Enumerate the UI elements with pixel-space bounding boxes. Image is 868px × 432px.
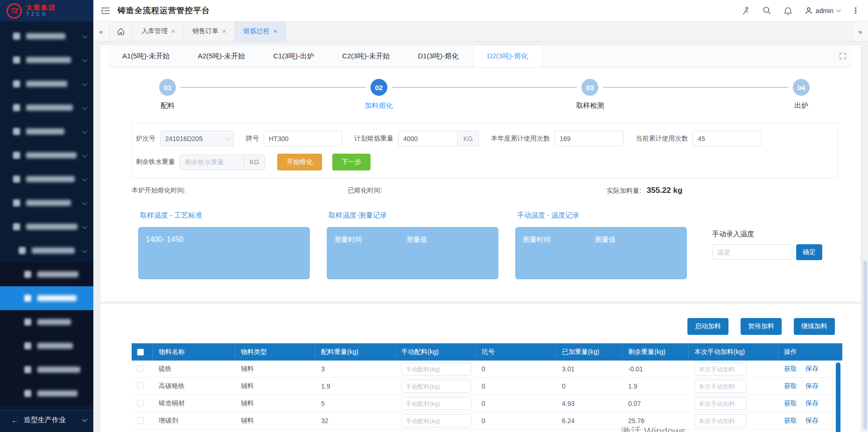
- menu-item-icon: [13, 80, 20, 87]
- menu-item-icon: [24, 295, 31, 302]
- menu-item-icon: [24, 366, 31, 373]
- sidebar-item-redacted[interactable]: [0, 120, 93, 143]
- tabs-scroll-left-icon[interactable]: «: [93, 21, 109, 41]
- manual-feed-input[interactable]: [694, 362, 747, 375]
- manual-feed-input[interactable]: [694, 397, 747, 410]
- more-options-icon[interactable]: ⋮: [852, 6, 860, 15]
- card-manual-temp-record: 手动温度 - 温度记录 测量时间 测量值: [515, 204, 687, 279]
- furnace-tab-d1[interactable]: D1(3吨)-熔化: [404, 45, 473, 67]
- sidebar-item-redacted[interactable]: [0, 96, 93, 120]
- sidebar-item-redacted-expanded[interactable]: [0, 239, 93, 262]
- furnace-no-label: 炉次号: [136, 135, 155, 143]
- furnace-tab-a1[interactable]: A1(5吨)-未开始: [108, 45, 184, 67]
- row-checkbox[interactable]: [137, 365, 144, 372]
- manual-batch-input[interactable]: [401, 414, 471, 427]
- tab-melting-process[interactable]: 熔炼过程 ×: [235, 21, 286, 41]
- table-scrollbar-thumb[interactable]: [836, 362, 840, 432]
- chevron-down-icon: [82, 417, 87, 422]
- sidebar-item-redacted[interactable]: [0, 215, 93, 239]
- furnace-tab-c2[interactable]: C2(3吨)-未开始: [328, 45, 404, 67]
- user-menu[interactable]: admin: [805, 7, 840, 15]
- confirm-button[interactable]: 确定: [796, 244, 822, 260]
- row-checkbox[interactable]: [137, 382, 144, 389]
- manual-feed-input[interactable]: [694, 380, 747, 393]
- menu-fold-icon[interactable]: [101, 7, 110, 14]
- actual-feed-value: 355.22 kg: [647, 186, 683, 195]
- manual-batch-input[interactable]: [401, 362, 471, 375]
- manual-batch-input[interactable]: [401, 380, 471, 393]
- temp-range-value: 1400- 1450: [146, 235, 183, 243]
- fetch-link[interactable]: 获取: [784, 365, 797, 372]
- search-icon[interactable]: [763, 6, 771, 15]
- step-feeding-melting: 02 加料熔化: [351, 79, 407, 110]
- remaining-iron-input[interactable]: [180, 155, 244, 170]
- sidebar-subitem-active[interactable]: [0, 286, 93, 310]
- page-scrollbar-thumb[interactable]: [863, 261, 867, 429]
- year-count-input[interactable]: [554, 131, 623, 146]
- fetch-link[interactable]: 获取: [784, 399, 797, 407]
- start-melting-button[interactable]: 开始熔化: [277, 154, 322, 170]
- tab-home[interactable]: [109, 21, 133, 41]
- content-area: A1(5吨)-未开始 A2(5吨)-未开始 C1(3吨)-出炉 C2(3吨)-未…: [93, 42, 868, 432]
- close-tab-icon[interactable]: ×: [273, 28, 277, 35]
- page-scrollbar[interactable]: [862, 42, 868, 432]
- sidebar-item-redacted[interactable]: [0, 167, 93, 191]
- guide-icon[interactable]: [741, 6, 750, 15]
- sidebar-item-redacted[interactable]: [0, 72, 93, 96]
- menu-item-icon: [19, 247, 26, 254]
- sidebar-item-redacted[interactable]: [0, 48, 93, 72]
- sidebar-subitem-redacted[interactable]: [0, 382, 93, 405]
- sidebar-subitem-redacted[interactable]: [0, 262, 93, 286]
- cell-remaining-weight: -0.01: [623, 365, 689, 373]
- melting-panel: A1(5吨)-未开始 A2(5吨)-未开始 C1(3吨)-出炉 C2(3吨)-未…: [101, 45, 861, 301]
- fetch-link[interactable]: 获取: [784, 417, 797, 424]
- manual-feed-input[interactable]: [694, 414, 747, 427]
- sidebar-item-redacted[interactable]: [0, 143, 93, 167]
- save-link[interactable]: 保存: [805, 382, 819, 390]
- manual-temp-input[interactable]: [712, 244, 792, 260]
- manual-temp-label: 手动录入温度: [712, 230, 822, 239]
- tab-sales-order[interactable]: 销售订单 ×: [184, 21, 235, 41]
- resume-feeding-button[interactable]: 继续加料: [794, 318, 835, 335]
- row-checkbox[interactable]: [137, 417, 144, 424]
- notifications-bell-icon[interactable]: [784, 6, 792, 15]
- sidebar-item-redacted[interactable]: [0, 24, 93, 48]
- cell-remaining-weight: 1.9: [623, 382, 689, 390]
- save-link[interactable]: 保存: [805, 399, 819, 407]
- menu-item-label-redacted: [37, 295, 77, 301]
- tabs-scroll-right-icon[interactable]: »: [852, 21, 868, 41]
- save-link[interactable]: 保存: [805, 365, 819, 372]
- start-feeding-button[interactable]: 启动加料: [687, 318, 728, 335]
- sidebar-subitem-redacted[interactable]: [0, 358, 93, 382]
- row-checkbox[interactable]: [137, 400, 144, 406]
- sidebar-subitem-redacted[interactable]: [0, 334, 93, 358]
- cell-material-name: 硫铁: [153, 365, 235, 373]
- grade-input[interactable]: [264, 131, 342, 146]
- manual-batch-input[interactable]: [401, 397, 471, 410]
- next-step-button[interactable]: 下一步: [332, 154, 371, 170]
- chevron-down-icon: [82, 104, 87, 109]
- fullscreen-icon[interactable]: [839, 52, 847, 60]
- header-pit-no: 坑号: [476, 343, 556, 361]
- plan-weight-input[interactable]: [398, 131, 458, 146]
- sidebar-item-molding-production[interactable]: ← 造型生产作业: [0, 410, 93, 432]
- close-tab-icon[interactable]: ×: [222, 28, 226, 35]
- close-tab-icon[interactable]: ×: [171, 28, 175, 35]
- menu-item-icon: [13, 199, 20, 206]
- feed-control-buttons: 启动加料 暂停加料 继续加料: [101, 304, 861, 335]
- fetch-link[interactable]: 获取: [784, 382, 797, 390]
- furnace-tab-c1[interactable]: C1(3吨)-出炉: [259, 45, 328, 67]
- tab-inbound-management[interactable]: 入库管理 ×: [133, 21, 184, 41]
- pause-feeding-button[interactable]: 暂停加料: [741, 318, 782, 335]
- sidebar-item-redacted[interactable]: [0, 191, 93, 215]
- furnace-tab-a2[interactable]: A2(5吨)-未开始: [184, 45, 259, 67]
- melting-status-row: 本炉开始熔化时间: 已熔化时间: 实际加料量: 355.22 kg: [132, 186, 838, 195]
- save-link[interactable]: 保存: [805, 417, 819, 424]
- furnace-tab-d2-active[interactable]: D2(3吨)-熔化: [473, 45, 543, 67]
- furnace-no-select[interactable]: 241016D205: [160, 131, 234, 146]
- select-all-checkbox[interactable]: [137, 349, 144, 355]
- remaining-iron-label: 剩余铁水重量: [136, 158, 175, 166]
- sidebar-subitem-redacted[interactable]: [0, 310, 93, 334]
- menu-item-label-redacted: [32, 248, 75, 254]
- current-count-input[interactable]: [693, 131, 762, 146]
